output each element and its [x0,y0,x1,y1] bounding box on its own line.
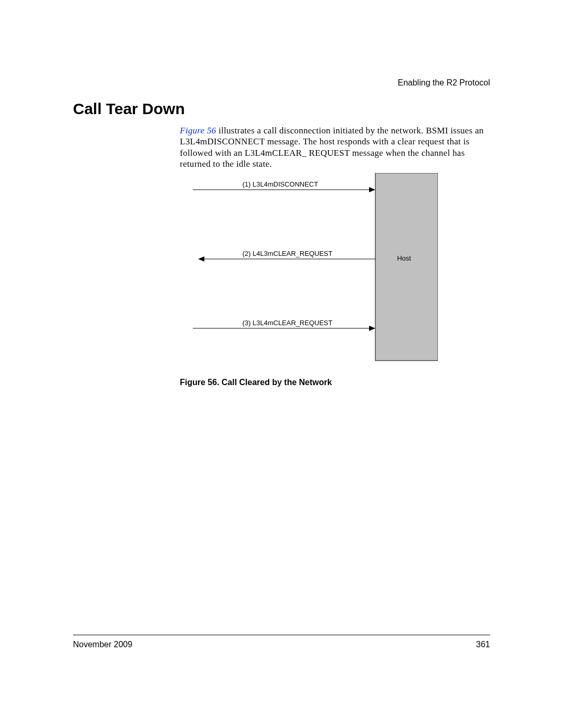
figure-caption: Figure 56. Call Cleared by the Network [180,378,332,387]
sequence-diagram: Host (1) L3L4mDISCONNECT (2) L4L3mCLEAR_… [193,173,438,366]
footer-date: November 2009 [73,640,132,649]
paragraph-text: illustrates a call disconnection initiat… [180,126,484,169]
arrow-1-label: (1) L3L4mDISCONNECT [242,180,318,188]
section-title: Call Tear Down [73,100,185,118]
page: Enabling the R2 Protocol Call Tear Down … [0,0,563,728]
arrow-2-label: (2) L4L3mCLEAR_REQUEST [242,250,333,257]
body-paragraph: Figure 56 illustrates a call disconnecti… [180,125,490,169]
header-section-path: Enabling the R2 Protocol [398,78,490,88]
footer-page-number: 361 [476,640,490,649]
host-label: Host [397,254,411,262]
arrow-3-head-icon [369,326,375,331]
arrow-1-head-icon [369,187,375,192]
host-box [375,173,438,361]
footer-rule [73,635,490,635]
arrow-2-head-icon [198,256,204,262]
arrow-3-label: (3) L3L4mCLEAR_REQUEST [242,319,333,327]
figure-reference-link[interactable]: Figure 56 [180,126,216,135]
